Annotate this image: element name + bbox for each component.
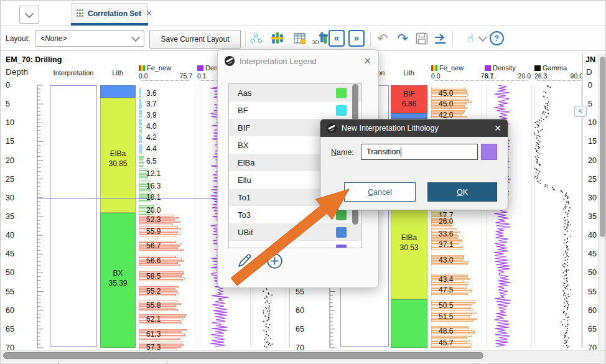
legend-row-label: To3 <box>238 210 336 220</box>
undo-button[interactable]: ↶ <box>375 30 391 47</box>
interpretation-track <box>50 85 97 347</box>
legend-color-swatch[interactable] <box>336 105 347 116</box>
depth-tick-left: 30 <box>6 194 14 202</box>
fe-value-label: 50.5 <box>439 301 453 310</box>
pencil-icon <box>236 252 253 269</box>
legend-row-aas[interactable]: Aas <box>229 84 361 101</box>
collapse-panel-button[interactable]: < <box>574 106 587 117</box>
fe-value-label: 45.0 <box>439 89 453 98</box>
correlation-set-icon <box>77 9 83 17</box>
view-3d-button[interactable]: 3D <box>310 30 329 47</box>
legend-color-swatch[interactable] <box>336 227 347 238</box>
tab-close-icon[interactable]: ✕ <box>146 9 152 18</box>
fe-value-label: 58.5 <box>146 272 161 281</box>
interaction-mode-dropdown[interactable] <box>478 30 487 47</box>
vertical-scrollbar-thumb[interactable] <box>600 57 605 237</box>
depth-tick-left: 15 <box>6 137 14 146</box>
legend-row-bf[interactable]: BF <box>229 101 361 119</box>
density-legend-icon <box>485 65 491 71</box>
tab-correlation-set[interactable]: Correlation Set ✕ <box>71 3 148 23</box>
layout-label: Layout: <box>6 34 30 43</box>
active-tab-underline <box>71 23 148 26</box>
correlation-columns-button[interactable] <box>269 30 286 47</box>
chevron-down-icon <box>25 9 34 17</box>
dialog-close-icon[interactable]: ✕ <box>494 123 501 133</box>
lithology-color-swatch[interactable] <box>481 144 497 160</box>
legend-row-ubif[interactable]: UBif <box>229 223 361 241</box>
ok-button[interactable]: OK <box>427 182 497 202</box>
legend-color-swatch[interactable] <box>336 210 347 220</box>
fe-value-label: 37.1 <box>439 240 453 249</box>
save-button[interactable] <box>414 30 430 47</box>
fe-value-label: 4.2 <box>146 133 157 142</box>
legend-close-icon[interactable]: ✕ <box>363 55 371 67</box>
tab-list-dropdown-button[interactable] <box>19 6 39 24</box>
depth-tick-left: 70 <box>6 343 14 350</box>
legend-row-label: Aas <box>238 88 336 98</box>
help-button[interactable]: ? <box>488 30 505 47</box>
depth-tick-right: 50 <box>588 268 597 277</box>
depth-tick-left: 35 <box>6 212 14 221</box>
depth-tick-right: 30 <box>588 194 597 202</box>
layout-combo[interactable]: <None> <box>35 30 144 47</box>
fe-legend-icon <box>431 65 437 71</box>
fe-value-label: 3.6 <box>146 89 157 98</box>
table-report-button[interactable] <box>292 30 308 47</box>
depth-tick-right: 65 <box>588 325 597 334</box>
redo-button[interactable]: ↷ <box>394 30 411 47</box>
fe-scale-dots: ··· <box>152 295 159 301</box>
name-input[interactable]: Transition <box>361 144 478 160</box>
fe-value-label: 12.1 <box>146 169 161 178</box>
gamma-legend-icon <box>534 65 541 71</box>
fe-value-label: 52.3 <box>146 215 161 224</box>
edit-lithology-button[interactable] <box>236 252 253 269</box>
legend-color-swatch[interactable] <box>336 88 347 98</box>
fe-value-label: 26.0 <box>439 217 453 226</box>
cancel-button[interactable]: Cancel <box>344 182 416 202</box>
depth-tick-mid: 65 <box>296 325 304 334</box>
density-legend-icon <box>197 65 203 71</box>
legend-dialog-titlebar[interactable]: Interpretation Legend ✕ <box>225 55 371 67</box>
horizontal-scrollbar[interactable] <box>1 350 606 362</box>
fe-scale-dots: ··· <box>152 265 159 271</box>
depth-tick-mid: 55 <box>296 287 304 296</box>
fe-value-label: 61.3 <box>146 330 161 338</box>
export-button[interactable] <box>432 30 449 47</box>
vertical-scrollbar[interactable] <box>598 54 606 350</box>
fe-value-label: 43.4 <box>439 275 453 284</box>
name-label: Name: <box>331 148 354 157</box>
fe-value-label: 55.8 <box>146 301 161 310</box>
page-next-button[interactable]: » <box>348 30 365 47</box>
interaction-mode-button[interactable]: ☝ <box>462 30 478 47</box>
add-lithology-button[interactable] <box>266 253 283 269</box>
fe-value-label: 62.1 <box>146 315 161 324</box>
depth-tick-right: 25 <box>588 175 597 184</box>
fe-value-label: 4.0 <box>146 122 157 131</box>
hole-title-left: EM_70: Drilling <box>6 55 62 64</box>
depth-tick-left: 50 <box>6 268 14 277</box>
legend-row[interactable] <box>229 241 361 248</box>
fe-value-label: 6.5 <box>146 157 157 166</box>
depth-column-header: Depth <box>6 67 28 77</box>
tab-bar: Correlation Set ✕ <box>1 1 606 26</box>
lith-block <box>391 299 427 348</box>
chevron-down-icon <box>478 32 487 41</box>
new-lithology-dialog: New Interpretation Lithology ✕ Name: Tra… <box>320 119 508 210</box>
legend-color-swatch[interactable] <box>336 245 347 249</box>
save-current-layout-button[interactable]: Save Current Layout <box>149 30 241 49</box>
horizontal-scrollbar-thumb[interactable] <box>3 352 483 359</box>
density-track-header-mid: Density 0.120.0 <box>485 64 531 81</box>
plus-circle-icon <box>266 253 283 269</box>
fe-value-label: 3.7 <box>146 100 157 108</box>
new-lithology-titlebar[interactable]: New Interpretation Lithology ✕ <box>320 119 508 137</box>
scatter-plot-button[interactable] <box>248 30 264 47</box>
fe-value-label: 45.0 <box>439 100 453 108</box>
depth-tick-mid: 70 <box>296 343 304 350</box>
fe-bar <box>139 165 143 167</box>
floppy-icon <box>415 32 429 45</box>
page-previous-button[interactable]: « <box>329 30 345 47</box>
fe-scale-dots: ··· <box>445 264 452 269</box>
fe-legend-icon <box>139 65 145 71</box>
app-logo-icon <box>327 123 337 133</box>
toolbar: Layout: <None> Save Current Layout <box>1 26 606 51</box>
